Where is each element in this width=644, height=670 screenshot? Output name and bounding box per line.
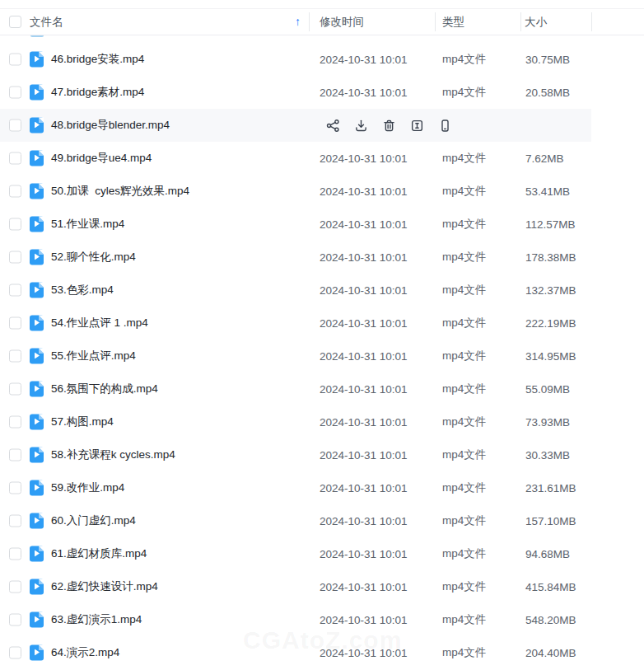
file-name[interactable]: 57.构图.mp4: [51, 415, 114, 429]
table-row[interactable]: 49.bridge导ue4.mp4 2024-10-31 10:01 mp4文件…: [0, 142, 644, 175]
file-list: 46.bridge安装.mp4 2024-10-31 10:01 mp4文件 3…: [0, 43, 644, 669]
download-button[interactable]: [354, 118, 369, 133]
file-name[interactable]: 62.虚幻快速设计.mp4: [51, 579, 158, 594]
video-file-icon: [30, 447, 44, 463]
table-row[interactable]: 58.补充课程k cycles.mp4 2024-10-31 10:01 mp4…: [0, 438, 644, 471]
row-checkbox[interactable]: [9, 581, 21, 593]
share-button[interactable]: [326, 118, 341, 133]
file-name[interactable]: 51.作业课.mp4: [51, 217, 124, 232]
file-type: mp4文件: [442, 217, 486, 232]
row-checkbox[interactable]: [9, 87, 21, 99]
row-checkbox[interactable]: [9, 548, 21, 560]
row-checkbox[interactable]: [9, 284, 21, 297]
row-checkbox[interactable]: [9, 54, 21, 66]
table-row[interactable]: 64.演示2.mp4 2024-10-31 10:01 mp4文件 204.40…: [0, 636, 644, 669]
delete-button[interactable]: [382, 118, 397, 133]
row-checkbox[interactable]: [9, 515, 21, 527]
file-type: mp4文件: [442, 52, 486, 67]
file-name[interactable]: 59.改作业.mp4: [51, 480, 124, 495]
file-name[interactable]: 61.虚幻材质库.mp4: [51, 546, 147, 561]
file-modified-time: 2024-10-31 10:01: [320, 614, 408, 626]
row-checkbox[interactable]: [9, 482, 21, 494]
video-file-icon: [30, 316, 44, 331]
file-name[interactable]: 58.补充课程k cycles.mp4: [51, 447, 175, 462]
file-name[interactable]: 60.入门虚幻.mp4: [51, 513, 136, 528]
table-row[interactable]: 59.改作业.mp4 2024-10-31 10:01 mp4文件 231.61…: [0, 471, 644, 504]
column-header-type[interactable]: 类型: [442, 9, 464, 35]
file-name[interactable]: 56.氛围下的构成.mp4: [51, 382, 158, 396]
row-checkbox[interactable]: [9, 449, 21, 462]
column-divider: [520, 12, 521, 31]
row-checkbox[interactable]: [9, 416, 21, 429]
table-row[interactable]: 48.bridge导blender.mp4: [0, 109, 591, 142]
file-name[interactable]: 54.作业点评 1 .mp4: [51, 316, 148, 330]
file-modified-time: 2024-10-31 10:01: [320, 449, 408, 462]
file-type: mp4文件: [442, 349, 486, 363]
select-all-checkbox[interactable]: [9, 16, 21, 28]
file-type: mp4文件: [442, 579, 486, 594]
file-type: mp4文件: [442, 612, 486, 627]
file-type: mp4文件: [442, 480, 486, 495]
video-file-icon: [30, 151, 44, 166]
download-icon: [354, 119, 368, 133]
row-checkbox[interactable]: [9, 218, 21, 231]
file-name[interactable]: 46.bridge安装.mp4: [51, 52, 144, 67]
column-divider: [591, 12, 592, 31]
table-row[interactable]: 57.构图.mp4 2024-10-31 10:01 mp4文件 73.93MB: [0, 405, 644, 438]
file-name[interactable]: 53.色彩.mp4: [51, 283, 114, 298]
table-row[interactable]: 53.色彩.mp4 2024-10-31 10:01 mp4文件 132.37M…: [0, 274, 644, 307]
file-type: mp4文件: [442, 283, 486, 298]
rename-icon: [410, 119, 424, 133]
file-size: 157.10MB: [525, 515, 576, 527]
row-checkbox[interactable]: [9, 614, 21, 626]
table-row[interactable]: 62.虚幻快速设计.mp4 2024-10-31 10:01 mp4文件 415…: [0, 570, 644, 603]
table-row[interactable]: 54.作业点评 1 .mp4 2024-10-31 10:01 mp4文件 22…: [0, 307, 644, 340]
file-size: 231.61MB: [525, 482, 576, 494]
table-row[interactable]: 55.作业点评.mp4 2024-10-31 10:01 mp4文件 314.9…: [0, 340, 644, 372]
file-name[interactable]: 55.作业点评.mp4: [51, 349, 136, 363]
file-name[interactable]: 64.演示2.mp4: [51, 645, 119, 660]
row-checkbox[interactable]: [9, 185, 21, 198]
table-row[interactable]: 51.作业课.mp4 2024-10-31 10:01 mp4文件 112.57…: [0, 208, 644, 241]
file-name[interactable]: 47.bridge素材.mp4: [51, 85, 144, 100]
video-file-icon: [30, 579, 44, 595]
column-header-modified[interactable]: 修改时间: [320, 9, 364, 35]
send-to-mobile-button[interactable]: [438, 118, 453, 133]
file-modified-time: 2024-10-31 10:01: [320, 350, 408, 363]
table-row[interactable]: 47.bridge素材.mp4 2024-10-31 10:01 mp4文件 2…: [0, 76, 644, 109]
file-type: mp4文件: [442, 447, 486, 462]
row-checkbox[interactable]: [9, 350, 21, 363]
file-type: mp4文件: [442, 546, 486, 561]
file-modified-time: 2024-10-31 10:01: [320, 548, 408, 560]
file-type: mp4文件: [442, 316, 486, 330]
file-modified-time: 2024-10-31 10:01: [320, 383, 408, 396]
table-row[interactable]: 60.入门虚幻.mp4 2024-10-31 10:01 mp4文件 157.1…: [0, 504, 644, 537]
file-name[interactable]: 63.虚幻演示1.mp4: [51, 612, 142, 627]
table-row[interactable]: 63.虚幻演示1.mp4 2024-10-31 10:01 mp4文件 548.…: [0, 603, 644, 636]
video-file-icon: [30, 349, 44, 364]
row-checkbox[interactable]: [9, 251, 21, 264]
row-checkbox[interactable]: [9, 152, 21, 165]
table-row[interactable]: 46.bridge安装.mp4 2024-10-31 10:01 mp4文件 3…: [0, 43, 644, 76]
column-header-filename[interactable]: 文件名: [30, 9, 63, 35]
video-file-icon: [30, 382, 44, 397]
file-size: 178.38MB: [525, 251, 576, 264]
table-row[interactable]: 50.加课 cyles辉光效果.mp4 2024-10-31 10:01 mp4…: [0, 175, 644, 208]
file-type: mp4文件: [442, 250, 486, 265]
sort-ascending-icon[interactable]: ↑: [295, 9, 301, 35]
file-name[interactable]: 52.聊个性化.mp4: [51, 250, 136, 265]
row-checkbox[interactable]: [9, 647, 21, 659]
video-file-icon: [30, 250, 44, 265]
file-name[interactable]: 49.bridge导ue4.mp4: [51, 151, 152, 166]
video-file-icon: [30, 480, 44, 496]
rename-button[interactable]: [410, 118, 425, 133]
row-checkbox[interactable]: [9, 317, 21, 330]
table-row[interactable]: 56.氛围下的构成.mp4 2024-10-31 10:01 mp4文件 55.…: [0, 372, 644, 405]
column-header-size[interactable]: 大小: [525, 9, 547, 35]
table-row[interactable]: 61.虚幻材质库.mp4 2024-10-31 10:01 mp4文件 94.6…: [0, 537, 644, 570]
row-checkbox[interactable]: [9, 383, 21, 396]
column-divider: [309, 12, 310, 31]
video-file-icon: [30, 283, 44, 298]
table-row[interactable]: 52.聊个性化.mp4 2024-10-31 10:01 mp4文件 178.3…: [0, 241, 644, 274]
file-name[interactable]: 50.加课 cyles辉光效果.mp4: [51, 184, 189, 199]
